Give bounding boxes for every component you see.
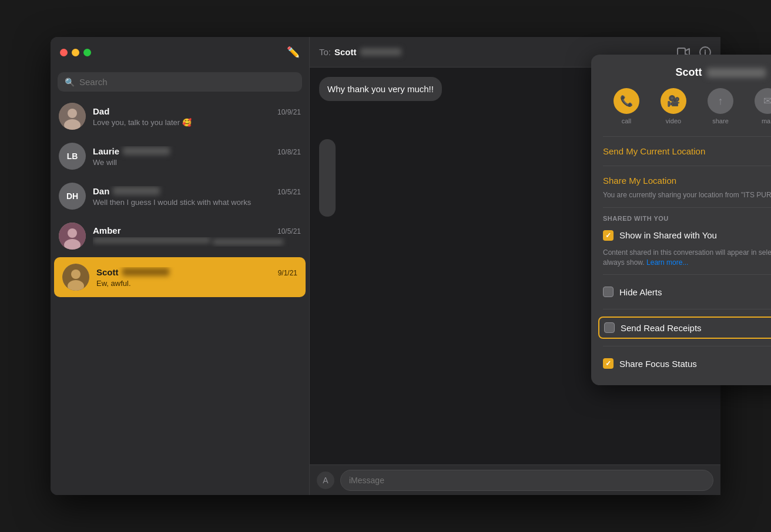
mail-action[interactable]: ✉ mail: [755, 88, 771, 124]
svg-point-7: [71, 270, 81, 279]
app-window: ✏️ 🔍 Dad: [51, 37, 720, 495]
call-label: call: [622, 117, 632, 124]
divider: [603, 346, 771, 346]
conversation-name: Scott: [96, 267, 169, 277]
share-action[interactable]: ↑ share: [708, 88, 733, 124]
call-icon: 📞: [614, 88, 639, 114]
learn-more-link[interactable]: Learn more...: [646, 258, 688, 267]
divider: [603, 274, 771, 275]
svg-point-1: [68, 109, 77, 118]
share-focus-row: ✓ Share Focus Status: [603, 353, 771, 373]
conversation-date: 9/1/21: [278, 269, 297, 277]
info-panel-name: Scott: [603, 66, 771, 79]
conversation-preview: Love you, talk to you later 🥰: [93, 118, 301, 127]
info-panel-header: Scott: [603, 66, 771, 79]
svg-point-4: [68, 228, 77, 238]
avatar: [62, 264, 89, 291]
search-icon: 🔍: [65, 78, 75, 87]
share-icon: ↑: [708, 88, 733, 114]
conversation-date: 10/5/21: [277, 188, 301, 196]
share-label: share: [712, 117, 729, 124]
hide-alerts-row: Hide Alerts: [603, 282, 771, 302]
conversation-name: Amber: [93, 225, 121, 235]
shared-with-you-label: SHARED WITH YOU: [603, 215, 771, 222]
avatar: LB: [59, 143, 86, 170]
search-bar[interactable]: 🔍: [58, 72, 302, 92]
conversation-preview: We will: [93, 158, 301, 167]
share-focus-checkbox[interactable]: ✓: [603, 358, 614, 369]
chat-header-left: To: Scott: [319, 47, 401, 57]
video-action[interactable]: 🎥 video: [661, 88, 686, 124]
show-in-shared-row: ✓ Show in Shared with You: [603, 225, 771, 245]
apps-icon: A: [323, 476, 328, 485]
conversation-content: Dad 10/9/21 Love you, talk to you later …: [93, 106, 301, 127]
traffic-lights: [60, 49, 91, 56]
mail-icon: ✉: [755, 88, 771, 114]
show-in-shared-label: Show in Shared with You: [619, 230, 717, 240]
info-actions: 📞 call 🎥 video ↑ share ✉ mail 👤 info: [603, 88, 771, 124]
mail-label: mail: [762, 117, 771, 124]
divider: [603, 136, 771, 137]
to-label: To:: [319, 47, 331, 57]
divider: [603, 166, 771, 166]
video-label: video: [666, 117, 681, 124]
conversation-date: 10/5/21: [277, 227, 301, 235]
conversation-item[interactable]: Amber 10/5/21: [51, 216, 309, 256]
conversation-item-active[interactable]: Scott 9/1/21 Ew, awful.: [54, 257, 306, 297]
message-bubble-blurred: [319, 139, 336, 217]
avatar: [59, 103, 86, 130]
hide-alerts-checkbox[interactable]: [603, 287, 614, 297]
video-action-icon: 🎥: [661, 88, 686, 114]
sidebar-titlebar: ✏️: [51, 37, 309, 68]
conversation-date: 10/8/21: [277, 148, 301, 156]
show-in-shared-checkbox[interactable]: ✓: [603, 230, 614, 241]
chat-input-area: A: [310, 464, 720, 495]
conversation-item[interactable]: LB Laurie 10/8/21 We will: [51, 136, 309, 176]
location-sub-text: You are currently sharing your location …: [603, 190, 771, 200]
send-read-receipts-row: Send Read Receipts: [598, 316, 771, 339]
divider: [603, 207, 771, 208]
conversation-content: Dan 10/5/21 Well then I guess I would st…: [93, 186, 301, 207]
conversation-name: Laurie: [93, 146, 170, 156]
conversation-name: Dad: [93, 106, 109, 116]
conversation-preview: Well then I guess I would stick with wha…: [93, 198, 301, 207]
avatar: DH: [59, 183, 86, 210]
conversation-item[interactable]: Dad 10/9/21 Love you, talk to you later …: [51, 96, 309, 136]
share-location-link[interactable]: Share My Location: [603, 173, 771, 188]
info-panel: Scott 📞 call 🎥 video ↑ share ✉ mail: [591, 55, 771, 385]
avatar: [59, 223, 86, 250]
message-bubble: Why thank you very much!!: [319, 77, 442, 101]
conversations-list: Dad 10/9/21 Love you, talk to you later …: [51, 96, 309, 495]
conversation-content: Amber 10/5/21: [93, 225, 301, 247]
compose-icon: ✏️: [287, 46, 300, 58]
call-action[interactable]: 📞 call: [614, 88, 639, 124]
chat-contact-name: Scott: [334, 47, 401, 57]
divider: [603, 309, 771, 309]
conversation-item[interactable]: DH Dan 10/5/21 Well then I guess I would…: [51, 176, 309, 216]
shared-sub-text: Content shared in this conversation will…: [603, 248, 771, 268]
hide-alerts-label: Hide Alerts: [619, 287, 662, 297]
sidebar: ✏️ 🔍 Dad: [51, 37, 309, 495]
message-input[interactable]: [340, 470, 713, 491]
conversation-preview: Ew, awful.: [96, 279, 297, 288]
fullscreen-button[interactable]: [83, 49, 91, 56]
conversation-name: Dan: [93, 186, 160, 196]
minimize-button[interactable]: [72, 49, 79, 56]
conversation-content: Laurie 10/8/21 We will: [93, 146, 301, 167]
search-input[interactable]: [79, 77, 295, 87]
send-read-receipts-checkbox[interactable]: [604, 322, 615, 333]
conversation-preview: [93, 237, 301, 247]
send-read-receipts-label: Send Read Receipts: [621, 323, 702, 333]
compose-button[interactable]: ✏️: [287, 46, 300, 59]
share-focus-label: Share Focus Status: [619, 359, 697, 369]
close-button[interactable]: [60, 49, 68, 56]
conversation-content: Scott 9/1/21 Ew, awful.: [96, 267, 297, 288]
conversation-date: 10/9/21: [277, 108, 301, 116]
apps-button[interactable]: A: [317, 472, 334, 489]
send-location-link[interactable]: Send My Current Location: [603, 144, 771, 159]
